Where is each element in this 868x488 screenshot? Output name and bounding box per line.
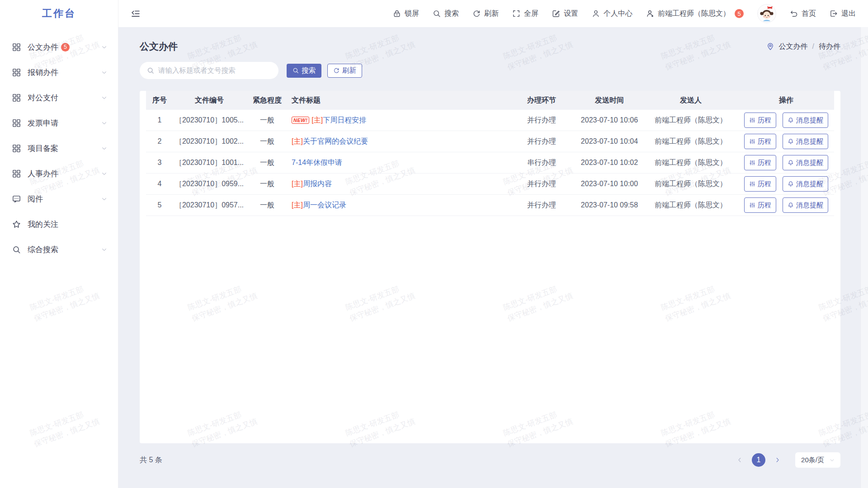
current-page-button[interactable]: 1 [752, 453, 765, 467]
settings-button[interactable]: 设置 [552, 9, 578, 19]
sidebar-item-my-follows[interactable]: 我的关注 [0, 211, 118, 237]
message-reminder-button[interactable]: 消息提醒 [783, 176, 828, 192]
cell-time: 2023-07-10 10:00 [576, 180, 643, 188]
message-reminder-button[interactable]: 消息提醒 [783, 134, 828, 149]
table-header-row: 序号 文件编号 紧急程度 文件标题 办理环节 发送时间 发送人 操作 [146, 91, 834, 110]
cell-seq: 5 [146, 201, 173, 209]
sidebar-item-label: 报销办件 [28, 67, 58, 78]
cell-doc-no: ［20230710］1002... [173, 137, 245, 146]
column-header-seq: 序号 [146, 96, 173, 105]
cell-urgency: 一般 [245, 179, 289, 189]
sidebar-item-label: 综合搜索 [28, 244, 58, 255]
current-user[interactable]: 前端工程师（陈思文） 5 [646, 9, 744, 19]
cell-doc-no: ［20230710］1001... [173, 158, 245, 168]
document-title-link[interactable]: 7-14年休假申请 [292, 158, 342, 168]
lock-screen-button[interactable]: 锁屏 [393, 9, 419, 19]
user-badge-icon [646, 9, 654, 18]
column-header-title: 文件标题 [289, 96, 508, 105]
cell-time: 2023-07-10 10:02 [576, 159, 643, 167]
avatar[interactable] [757, 4, 776, 23]
main-content: 公文办件 公文办件 / 待办件 搜索 刷新 序号 文件编号 紧急程度 文件标题 … [118, 27, 860, 488]
cell-seq: 3 [146, 159, 173, 167]
cell-step: 并行办理 [508, 179, 576, 189]
cell-sender: 前端工程师（陈思文） [643, 179, 738, 189]
document-title-link[interactable]: 关于官网的会议纪要 [303, 137, 368, 146]
document-title-link[interactable]: 周报内容 [303, 179, 332, 189]
cell-urgency: 一般 [245, 201, 289, 210]
document-table-card: 序号 文件编号 紧急程度 文件标题 办理环节 发送时间 发送人 操作 1 ［20… [140, 91, 840, 443]
sidebar-item-global-search[interactable]: 综合搜索 [0, 237, 118, 262]
sidebar-item-invoice-request[interactable]: 发票申请 [0, 110, 118, 136]
cell-time: 2023-07-10 09:58 [576, 201, 643, 209]
page-size-select[interactable]: 20条/页 [795, 452, 840, 468]
sidebar-item-corporate-payment[interactable]: 对公支付 [0, 85, 118, 110]
column-header-actions: 操作 [738, 96, 834, 105]
edit-settings-icon [552, 9, 560, 18]
cell-time: 2023-07-10 10:06 [576, 116, 643, 124]
document-title-link[interactable]: 周一会议记录 [303, 201, 346, 210]
breadcrumb-root[interactable]: 公文办件 [779, 42, 808, 52]
column-header-sender: 发送人 [643, 96, 738, 105]
table-row[interactable]: 1 ［20230710］1005... 一般 NEW! [主] 下周日程安排 并… [146, 110, 834, 131]
sidebar-item-official-documents[interactable]: 公文办件 5 [0, 34, 118, 60]
new-badge: NEW! [292, 117, 309, 124]
chevron-down-icon [101, 95, 107, 101]
table-row[interactable]: 4 ［20230710］0959... 一般 [主] 周报内容 并行办理 202… [146, 174, 834, 195]
logout-button[interactable]: 退出 [830, 9, 856, 19]
grid-icon [12, 43, 21, 52]
comment-icon [12, 195, 21, 203]
table-row[interactable]: 5 ［20230710］0957... 一般 [主] 周一会议记录 并行办理 2… [146, 195, 834, 216]
count-badge: 5 [61, 43, 70, 52]
sidebar-item-reading-files[interactable]: 阅件 [0, 186, 118, 211]
cell-seq: 2 [146, 137, 173, 145]
menu-fold-icon[interactable] [131, 9, 141, 19]
total-count: 共 5 条 [140, 455, 162, 465]
column-header-time: 发送时间 [576, 96, 643, 105]
sidebar-item-label: 人事办件 [28, 169, 58, 179]
cell-seq: 1 [146, 116, 173, 124]
history-button[interactable]: 历程 [744, 176, 776, 192]
search-icon [433, 9, 441, 18]
refresh-list-button[interactable]: 刷新 [327, 64, 362, 78]
cell-sender: 前端工程师（陈思文） [643, 137, 738, 146]
history-button[interactable]: 历程 [744, 197, 776, 213]
home-button[interactable]: 首页 [790, 9, 816, 19]
message-reminder-button[interactable]: 消息提醒 [783, 197, 828, 213]
sidebar-item-reimbursement[interactable]: 报销办件 [0, 60, 118, 85]
message-reminder-button[interactable]: 消息提醒 [783, 155, 828, 170]
history-button[interactable]: 历程 [744, 134, 776, 149]
search-box [140, 62, 278, 79]
sidebar-item-label: 对公支付 [28, 93, 58, 103]
table-row[interactable]: 2 ［20230710］1002... 一般 [主] 关于官网的会议纪要 并行办… [146, 131, 834, 152]
cell-urgency: 一般 [245, 137, 289, 146]
cell-actions: 历程 消息提醒 [738, 176, 834, 192]
cell-doc-no: ［20230710］1005... [173, 116, 245, 125]
sidebar-item-hr-matters[interactable]: 人事办件 [0, 161, 118, 186]
cell-step: 并行办理 [508, 137, 576, 146]
document-title-link[interactable]: 下周日程安排 [323, 116, 366, 125]
logout-icon [830, 9, 838, 18]
cell-seq: 4 [146, 180, 173, 188]
next-page-button[interactable] [771, 453, 784, 467]
fullscreen-icon [512, 9, 520, 18]
fullscreen-button[interactable]: 全屏 [512, 9, 538, 19]
history-button[interactable]: 历程 [744, 113, 776, 128]
topbar-actions: 锁屏 搜索 刷新 全屏 设置 个人中心 前端工程师（陈思文） 5 [393, 4, 856, 23]
message-reminder-button[interactable]: 消息提醒 [783, 113, 828, 128]
location-pin-icon [766, 42, 774, 51]
table-row[interactable]: 3 ［20230710］1001... 一般 7-14年休假申请 串行办理 20… [146, 152, 834, 174]
personal-center-button[interactable]: 个人中心 [592, 9, 632, 19]
sidebar-item-project-filing[interactable]: 项目备案 [0, 136, 118, 161]
breadcrumb-current: 待办件 [819, 42, 840, 52]
app-logo: 工作台 [0, 0, 118, 27]
cell-title: NEW! [主] 下周日程安排 [289, 116, 508, 125]
title-prefix: [主] [292, 201, 303, 210]
refresh-button[interactable]: 刷新 [472, 9, 499, 19]
history-button[interactable]: 历程 [744, 155, 776, 170]
search-input[interactable] [158, 66, 272, 75]
search-submit-button[interactable]: 搜索 [287, 64, 321, 78]
search-button[interactable]: 搜索 [433, 9, 459, 19]
scrollbar-track[interactable] [860, 27, 868, 488]
chevron-down-icon [101, 145, 107, 151]
prev-page-button[interactable] [733, 453, 746, 467]
